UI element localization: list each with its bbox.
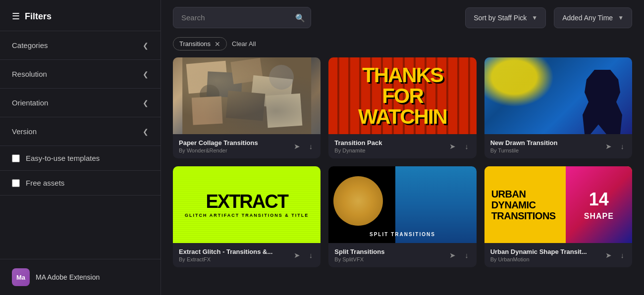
- sidebar: ☰ Filters Categories ❮ Resolution ❮ Orie…: [0, 0, 161, 295]
- sidebar-section-version[interactable]: Version ❮: [0, 117, 161, 146]
- easy-use-label[interactable]: Easy-to-use templates: [26, 154, 100, 162]
- avatar-initials: Ma: [16, 274, 25, 281]
- categories-row[interactable]: Categories ❮: [12, 31, 149, 59]
- card-author: By ExtractFX: [179, 256, 292, 262]
- card-paper-collage[interactable]: Paper Collage Transitions By Wonder&Rend…: [173, 57, 321, 158]
- orientation-row[interactable]: Orientation ❮: [12, 89, 149, 117]
- card-title: Extract Glitch - Transitions &...: [179, 248, 292, 255]
- chevron-down-icon: ❮: [143, 70, 149, 78]
- share-button[interactable]: ➤: [603, 141, 614, 152]
- silhouette: [583, 70, 622, 134]
- card-text: Transition Pack By Dynamite: [334, 139, 447, 153]
- urban-number: 14: [589, 189, 609, 210]
- added-time-label: Added Any Time: [562, 14, 613, 22]
- sidebar-section-orientation[interactable]: Orientation ❮: [0, 89, 161, 117]
- share-button[interactable]: ➤: [603, 250, 614, 261]
- chevron-down-icon: ❮: [143, 128, 149, 136]
- share-button[interactable]: ➤: [447, 250, 458, 261]
- urban-right: 14 SHAPE: [566, 166, 632, 243]
- card-text: Urban Dynamic Shape Transit... By UrbanM…: [490, 248, 603, 262]
- card-title: Split Transitions: [334, 248, 447, 255]
- sort-label: Sort by Staff Pick: [474, 14, 527, 22]
- search-input[interactable]: [173, 7, 311, 28]
- card-title: Paper Collage Transitions: [179, 139, 292, 147]
- topbar: 🔍 Sort by Staff Pick ▼ Added Any Time ▼: [161, 0, 644, 35]
- easy-use-checkbox[interactable]: [12, 154, 20, 162]
- urban-left: URBAN DYNAMIC TRANSITIONS: [484, 166, 566, 243]
- card-title: Transition Pack: [334, 139, 447, 147]
- ma-extension-row[interactable]: Ma MA Adobe Extension: [0, 259, 161, 295]
- svg-point-9: [269, 65, 294, 90]
- chevron-down-icon: ▼: [618, 14, 624, 21]
- download-button[interactable]: ↓: [463, 141, 471, 151]
- close-icon[interactable]: ✕: [215, 41, 220, 48]
- sidebar-title: Filters: [25, 11, 52, 22]
- share-button[interactable]: ➤: [292, 250, 302, 261]
- share-button[interactable]: ➤: [447, 141, 458, 152]
- card-author: By Dynamite: [334, 148, 447, 153]
- card-new-drawn[interactable]: New Drawn Transition By Turnstile ➤ ↓: [484, 57, 632, 158]
- card-actions: ➤ ↓: [292, 141, 315, 152]
- card-thumbnail: EXTRACT GLITCH ARTIFACT TRANSITIONS & TI…: [173, 166, 321, 243]
- chevron-down-icon: ❮: [143, 99, 149, 107]
- card-transition-pack[interactable]: THANKSFORWATCHIN Transition Pack By Dyna…: [328, 57, 476, 158]
- svg-rect-2: [207, 71, 243, 98]
- clear-all-button[interactable]: Clear All: [232, 40, 256, 48]
- card-text: Split Transitions By SplitVFX: [334, 248, 447, 262]
- card-text: New Drawn Transition By Turnstile: [490, 139, 603, 153]
- card-title: Urban Dynamic Shape Transit...: [490, 248, 603, 255]
- card-title: New Drawn Transition: [490, 139, 603, 147]
- svg-rect-1: [186, 61, 228, 94]
- svg-rect-6: [192, 96, 223, 125]
- resolution-label: Resolution: [12, 70, 47, 78]
- filter-tag-transitions[interactable]: Transitions ✕: [173, 37, 227, 50]
- download-button[interactable]: ↓: [307, 250, 315, 260]
- sidebar-section-resolution[interactable]: Resolution ❮: [0, 60, 161, 89]
- resolution-row[interactable]: Resolution ❮: [12, 60, 149, 88]
- card-author: By Wonder&Render: [179, 148, 292, 153]
- extract-subtitle: GLITCH ARTIFACT TRANSITIONS & TITLE: [185, 213, 309, 218]
- easy-use-section[interactable]: Easy-to-use templates: [0, 146, 161, 171]
- card-actions: ➤ ↓: [447, 250, 471, 261]
- chevron-down-icon: ▼: [532, 14, 537, 21]
- card-actions: ➤ ↓: [292, 250, 315, 261]
- version-label: Version: [12, 127, 37, 136]
- urban-shape-label: SHAPE: [584, 212, 614, 221]
- orientation-label: Orientation: [12, 98, 48, 107]
- filter-tag-label: Transitions: [179, 40, 211, 48]
- card-split-transitions[interactable]: SPLIT TRANSITIONS Split Transitions By S…: [328, 166, 476, 267]
- card-text: Paper Collage Transitions By Wonder&Rend…: [179, 139, 292, 153]
- ma-extension-label: MA Adobe Extension: [36, 273, 100, 281]
- filter-tags-row: Transitions ✕ Clear All: [161, 35, 644, 57]
- free-assets-section[interactable]: Free assets: [0, 171, 161, 196]
- card-actions: ➤ ↓: [603, 250, 627, 261]
- download-button[interactable]: ↓: [619, 250, 627, 260]
- svg-point-5: [200, 85, 219, 104]
- card-actions: ➤ ↓: [603, 141, 627, 152]
- svg-rect-8: [266, 94, 302, 128]
- card-actions: ➤ ↓: [447, 141, 471, 152]
- download-button[interactable]: ↓: [307, 141, 315, 151]
- added-time-dropdown[interactable]: Added Any Time ▼: [554, 7, 632, 28]
- card-urban-dynamic[interactable]: URBAN DYNAMIC TRANSITIONS 14 SHAPE Urban…: [484, 166, 632, 267]
- filter-icon: ☰: [12, 11, 20, 22]
- extract-title: EXTRACT: [206, 192, 287, 211]
- free-assets-checkbox[interactable]: [12, 179, 20, 187]
- version-row[interactable]: Version ❮: [12, 117, 149, 146]
- collage-svg: [173, 57, 321, 134]
- sidebar-section-categories[interactable]: Categories ❮: [0, 31, 161, 60]
- share-button[interactable]: ➤: [292, 141, 302, 152]
- download-button[interactable]: ↓: [463, 250, 471, 260]
- search-button[interactable]: 🔍: [295, 13, 305, 22]
- categories-label: Categories: [12, 41, 48, 49]
- sort-dropdown[interactable]: Sort by Staff Pick ▼: [465, 7, 546, 28]
- urban-word1: URBAN: [491, 189, 561, 199]
- card-info: Extract Glitch - Transitions &... By Ext…: [173, 243, 321, 267]
- card-info: Transition Pack By Dynamite ➤ ↓: [328, 134, 476, 158]
- download-button[interactable]: ↓: [619, 141, 627, 151]
- chevron-down-icon: ❮: [143, 42, 149, 49]
- card-extract-glitch[interactable]: EXTRACT GLITCH ARTIFACT TRANSITIONS & TI…: [173, 166, 321, 267]
- urban-word2: DYNAMIC: [491, 199, 561, 210]
- transition-pack-text: THANKSFORWATCHIN: [358, 65, 447, 127]
- free-assets-label[interactable]: Free assets: [26, 179, 64, 187]
